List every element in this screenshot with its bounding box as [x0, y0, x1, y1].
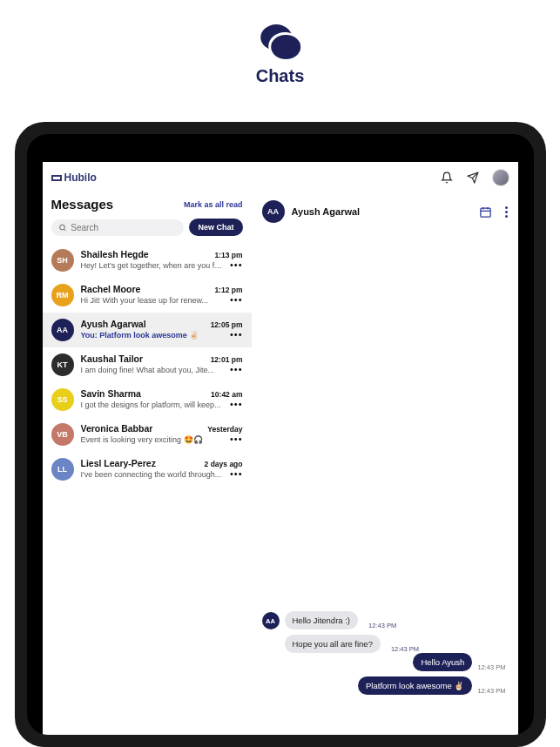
app-brand: Chats	[256, 24, 305, 86]
messages-title: Messages	[51, 197, 114, 212]
contact-avatar: VB	[51, 423, 74, 446]
contact-name: Shailesh Hegde	[81, 249, 149, 259]
conversation-more-icon[interactable]: •••	[230, 434, 243, 444]
logo-mark-icon	[51, 175, 62, 181]
chat-contact-name: Ayush Agarwal	[292, 206, 361, 217]
conversation-time: 10:42 am	[211, 390, 242, 399]
svg-point-0	[59, 225, 64, 230]
app-logo[interactable]: Hubilo	[51, 172, 97, 184]
conversation-preview: I've been connecting the world through..…	[81, 470, 222, 479]
conversation-item[interactable]: SH Shailesh Hegde1:13 pm Hey! Let's get …	[43, 243, 252, 278]
conversation-time: 2 days ago	[205, 460, 243, 468]
chat-contact-avatar[interactable]: AA	[262, 200, 285, 223]
conversation-more-icon[interactable]: •••	[230, 330, 243, 340]
search-input[interactable]	[71, 223, 177, 232]
conversation-time: 1:13 pm	[214, 251, 242, 259]
message-time: 12:43 PM	[477, 663, 505, 671]
message-received: Hope you all are fine?	[285, 635, 381, 653]
conversation-more-icon[interactable]: •••	[230, 260, 243, 270]
conversation-item[interactable]: KT Kaushal Tailor12:01 pm I am doing fin…	[43, 347, 252, 382]
conversation-more-icon[interactable]: •••	[230, 365, 243, 374]
conversation-list: SH Shailesh Hegde1:13 pm Hey! Let's get …	[43, 243, 252, 735]
search-box[interactable]	[51, 219, 185, 236]
conversation-item[interactable]: VB Veronica BabbarYesterday Event is loo…	[43, 417, 252, 452]
msg-avatar: AA	[262, 612, 280, 629]
logo-text: Hubilo	[64, 172, 97, 184]
conversation-item[interactable]: SS Savin Sharma10:42 am I got the design…	[43, 382, 252, 417]
svg-rect-1	[481, 208, 490, 217]
contact-avatar: AA	[51, 319, 74, 341]
message-sent: Platform look awesome ✌🏻	[358, 676, 472, 695]
contact-name: Rachel Moore	[81, 284, 141, 294]
conversation-time: Yesterday	[207, 425, 242, 434]
conversation-item[interactable]: AA Ayush Agarwal12:05 pm You: Platform l…	[43, 313, 252, 347]
conversation-time: 12:01 pm	[211, 355, 243, 364]
conversation-time: 1:12 pm	[214, 286, 242, 294]
bell-icon[interactable]	[440, 171, 454, 185]
send-icon[interactable]	[466, 171, 480, 185]
chat-body: AA Hello Jitendra :) 12:43 PM Hope you a…	[252, 230, 518, 735]
contact-name: Kaushal Tailor	[81, 353, 144, 364]
contact-avatar: SS	[51, 388, 74, 411]
conversation-preview: You: Platform look awesome ✌🏻	[81, 331, 199, 340]
contact-avatar: SH	[51, 249, 74, 272]
messages-panel: Messages Mark as all read New Chat SH Sh…	[43, 192, 252, 735]
contact-name: Liesl Leary-Perez	[81, 458, 156, 468]
new-chat-button[interactable]: New Chat	[189, 219, 242, 236]
contact-avatar: KT	[51, 353, 74, 376]
contact-name: Savin Sharma	[81, 388, 141, 399]
contact-avatar: RM	[51, 284, 74, 306]
chat-panel: AA Ayush Agarwal AA Hello Jitendra :)	[252, 192, 518, 735]
message-received: Hello Jitendra :)	[285, 611, 359, 629]
conversation-more-icon[interactable]: •••	[230, 295, 243, 305]
calendar-icon[interactable]	[479, 205, 493, 219]
conversation-more-icon[interactable]: •••	[230, 400, 243, 409]
brand-title: Chats	[256, 66, 305, 86]
contact-avatar: LL	[51, 458, 74, 481]
conversation-preview: I got the designs for platform, will kee…	[81, 400, 221, 409]
profile-avatar[interactable]	[492, 169, 509, 186]
conversation-preview: I am doing fine! What about you, Jite...	[81, 366, 215, 374]
conversation-item[interactable]: RM Rachel Moore1:12 pm Hi Jit! With your…	[43, 278, 252, 313]
conversation-time: 12:05 pm	[211, 320, 243, 329]
message-time: 12:43 PM	[477, 687, 505, 695]
chat-bubbles-icon	[257, 24, 302, 63]
tablet-frame: Hubilo Messages Mark as all read	[15, 122, 546, 747]
conversation-more-icon[interactable]: •••	[230, 469, 243, 479]
more-options-icon[interactable]	[505, 206, 508, 218]
search-icon	[58, 223, 67, 232]
conversation-preview: Hey! Let's get together, when are you fr…	[81, 261, 225, 270]
conversation-item[interactable]: LL Liesl Leary-Perez2 days ago I've been…	[43, 452, 252, 487]
conversation-preview: Hi Jit! With your lease up for renew...	[81, 296, 209, 305]
message-sent: Hello Ayush	[413, 653, 472, 671]
app-screen: Hubilo Messages Mark as all read	[43, 162, 518, 735]
contact-name: Ayush Agarwal	[81, 319, 146, 329]
message-time: 12:43 PM	[391, 645, 419, 653]
message-time: 12:43 PM	[368, 622, 396, 629]
top-bar: Hubilo	[43, 162, 518, 192]
conversation-preview: Event is looking very exciting 🤩🎧	[81, 435, 203, 444]
contact-name: Veronica Babbar	[81, 423, 153, 434]
mark-all-read-button[interactable]: Mark as all read	[184, 200, 243, 209]
